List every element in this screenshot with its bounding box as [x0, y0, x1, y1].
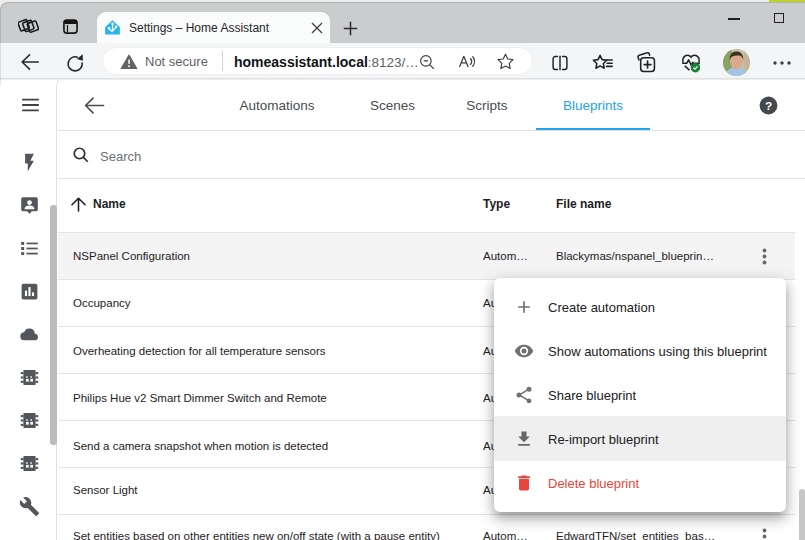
svg-text:?: ? [765, 98, 772, 112]
